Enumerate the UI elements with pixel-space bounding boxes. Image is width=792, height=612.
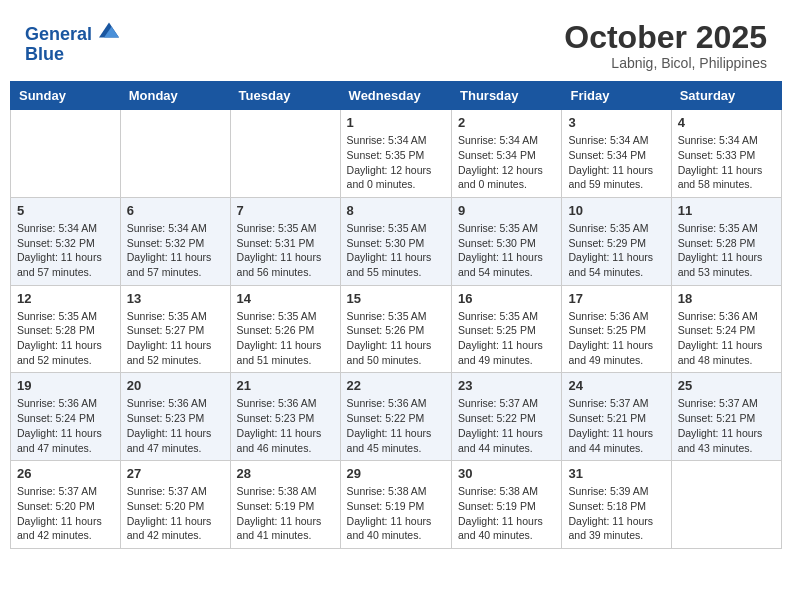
col-header-tuesday: Tuesday	[230, 82, 340, 110]
day-info: Sunrise: 5:39 AM Sunset: 5:18 PM Dayligh…	[568, 484, 664, 543]
col-header-friday: Friday	[562, 82, 671, 110]
day-cell: 30Sunrise: 5:38 AM Sunset: 5:19 PM Dayli…	[452, 461, 562, 549]
logo-blue: Blue	[25, 45, 119, 65]
day-info: Sunrise: 5:36 AM Sunset: 5:24 PM Dayligh…	[17, 396, 114, 455]
week-row-2: 5Sunrise: 5:34 AM Sunset: 5:32 PM Daylig…	[11, 197, 782, 285]
day-number: 12	[17, 291, 114, 306]
day-cell: 24Sunrise: 5:37 AM Sunset: 5:21 PM Dayli…	[562, 373, 671, 461]
day-cell	[11, 110, 121, 198]
day-number: 14	[237, 291, 334, 306]
day-cell: 28Sunrise: 5:38 AM Sunset: 5:19 PM Dayli…	[230, 461, 340, 549]
day-number: 15	[347, 291, 445, 306]
week-row-1: 1Sunrise: 5:34 AM Sunset: 5:35 PM Daylig…	[11, 110, 782, 198]
logo-general: General	[25, 24, 92, 44]
day-info: Sunrise: 5:36 AM Sunset: 5:25 PM Dayligh…	[568, 309, 664, 368]
day-number: 22	[347, 378, 445, 393]
day-number: 27	[127, 466, 224, 481]
day-number: 25	[678, 378, 775, 393]
col-header-thursday: Thursday	[452, 82, 562, 110]
day-info: Sunrise: 5:36 AM Sunset: 5:22 PM Dayligh…	[347, 396, 445, 455]
day-number: 31	[568, 466, 664, 481]
day-cell: 17Sunrise: 5:36 AM Sunset: 5:25 PM Dayli…	[562, 285, 671, 373]
day-info: Sunrise: 5:35 AM Sunset: 5:27 PM Dayligh…	[127, 309, 224, 368]
day-number: 20	[127, 378, 224, 393]
month-title: October 2025	[564, 20, 767, 55]
page-header: General Blue October 2025 Labnig, Bicol,…	[10, 10, 782, 76]
logo-icon	[99, 20, 119, 40]
day-cell: 9Sunrise: 5:35 AM Sunset: 5:30 PM Daylig…	[452, 197, 562, 285]
day-cell: 14Sunrise: 5:35 AM Sunset: 5:26 PM Dayli…	[230, 285, 340, 373]
day-number: 21	[237, 378, 334, 393]
day-info: Sunrise: 5:35 AM Sunset: 5:29 PM Dayligh…	[568, 221, 664, 280]
day-info: Sunrise: 5:34 AM Sunset: 5:32 PM Dayligh…	[127, 221, 224, 280]
day-number: 13	[127, 291, 224, 306]
day-info: Sunrise: 5:34 AM Sunset: 5:35 PM Dayligh…	[347, 133, 445, 192]
day-info: Sunrise: 5:37 AM Sunset: 5:20 PM Dayligh…	[17, 484, 114, 543]
day-cell: 20Sunrise: 5:36 AM Sunset: 5:23 PM Dayli…	[120, 373, 230, 461]
day-cell: 3Sunrise: 5:34 AM Sunset: 5:34 PM Daylig…	[562, 110, 671, 198]
location: Labnig, Bicol, Philippines	[564, 55, 767, 71]
day-info: Sunrise: 5:35 AM Sunset: 5:30 PM Dayligh…	[347, 221, 445, 280]
day-cell: 1Sunrise: 5:34 AM Sunset: 5:35 PM Daylig…	[340, 110, 451, 198]
day-info: Sunrise: 5:35 AM Sunset: 5:28 PM Dayligh…	[678, 221, 775, 280]
day-info: Sunrise: 5:37 AM Sunset: 5:21 PM Dayligh…	[568, 396, 664, 455]
day-cell: 13Sunrise: 5:35 AM Sunset: 5:27 PM Dayli…	[120, 285, 230, 373]
day-number: 16	[458, 291, 555, 306]
day-cell	[671, 461, 781, 549]
day-info: Sunrise: 5:35 AM Sunset: 5:30 PM Dayligh…	[458, 221, 555, 280]
day-number: 30	[458, 466, 555, 481]
day-cell: 8Sunrise: 5:35 AM Sunset: 5:30 PM Daylig…	[340, 197, 451, 285]
day-number: 28	[237, 466, 334, 481]
day-number: 6	[127, 203, 224, 218]
day-cell: 6Sunrise: 5:34 AM Sunset: 5:32 PM Daylig…	[120, 197, 230, 285]
day-cell: 29Sunrise: 5:38 AM Sunset: 5:19 PM Dayli…	[340, 461, 451, 549]
week-row-5: 26Sunrise: 5:37 AM Sunset: 5:20 PM Dayli…	[11, 461, 782, 549]
day-info: Sunrise: 5:38 AM Sunset: 5:19 PM Dayligh…	[347, 484, 445, 543]
title-block: October 2025 Labnig, Bicol, Philippines	[564, 20, 767, 71]
day-cell: 27Sunrise: 5:37 AM Sunset: 5:20 PM Dayli…	[120, 461, 230, 549]
day-cell: 25Sunrise: 5:37 AM Sunset: 5:21 PM Dayli…	[671, 373, 781, 461]
calendar-table: SundayMondayTuesdayWednesdayThursdayFrid…	[10, 81, 782, 549]
day-number: 24	[568, 378, 664, 393]
day-cell: 26Sunrise: 5:37 AM Sunset: 5:20 PM Dayli…	[11, 461, 121, 549]
day-info: Sunrise: 5:37 AM Sunset: 5:22 PM Dayligh…	[458, 396, 555, 455]
col-header-saturday: Saturday	[671, 82, 781, 110]
day-info: Sunrise: 5:34 AM Sunset: 5:34 PM Dayligh…	[568, 133, 664, 192]
day-cell	[120, 110, 230, 198]
day-number: 3	[568, 115, 664, 130]
col-header-wednesday: Wednesday	[340, 82, 451, 110]
day-cell: 11Sunrise: 5:35 AM Sunset: 5:28 PM Dayli…	[671, 197, 781, 285]
day-number: 17	[568, 291, 664, 306]
day-number: 4	[678, 115, 775, 130]
day-number: 19	[17, 378, 114, 393]
day-info: Sunrise: 5:34 AM Sunset: 5:32 PM Dayligh…	[17, 221, 114, 280]
day-number: 10	[568, 203, 664, 218]
day-cell	[230, 110, 340, 198]
week-row-3: 12Sunrise: 5:35 AM Sunset: 5:28 PM Dayli…	[11, 285, 782, 373]
day-cell: 10Sunrise: 5:35 AM Sunset: 5:29 PM Dayli…	[562, 197, 671, 285]
day-number: 8	[347, 203, 445, 218]
day-cell: 4Sunrise: 5:34 AM Sunset: 5:33 PM Daylig…	[671, 110, 781, 198]
col-header-sunday: Sunday	[11, 82, 121, 110]
day-cell: 21Sunrise: 5:36 AM Sunset: 5:23 PM Dayli…	[230, 373, 340, 461]
day-info: Sunrise: 5:38 AM Sunset: 5:19 PM Dayligh…	[458, 484, 555, 543]
day-cell: 5Sunrise: 5:34 AM Sunset: 5:32 PM Daylig…	[11, 197, 121, 285]
day-number: 11	[678, 203, 775, 218]
day-cell: 12Sunrise: 5:35 AM Sunset: 5:28 PM Dayli…	[11, 285, 121, 373]
day-cell: 31Sunrise: 5:39 AM Sunset: 5:18 PM Dayli…	[562, 461, 671, 549]
day-number: 18	[678, 291, 775, 306]
day-cell: 18Sunrise: 5:36 AM Sunset: 5:24 PM Dayli…	[671, 285, 781, 373]
day-info: Sunrise: 5:37 AM Sunset: 5:20 PM Dayligh…	[127, 484, 224, 543]
logo-text: General	[25, 20, 119, 45]
day-cell: 16Sunrise: 5:35 AM Sunset: 5:25 PM Dayli…	[452, 285, 562, 373]
logo: General Blue	[25, 20, 119, 65]
day-number: 1	[347, 115, 445, 130]
day-number: 5	[17, 203, 114, 218]
day-cell: 23Sunrise: 5:37 AM Sunset: 5:22 PM Dayli…	[452, 373, 562, 461]
week-row-4: 19Sunrise: 5:36 AM Sunset: 5:24 PM Dayli…	[11, 373, 782, 461]
day-number: 7	[237, 203, 334, 218]
day-info: Sunrise: 5:35 AM Sunset: 5:26 PM Dayligh…	[237, 309, 334, 368]
day-info: Sunrise: 5:34 AM Sunset: 5:34 PM Dayligh…	[458, 133, 555, 192]
col-header-monday: Monday	[120, 82, 230, 110]
day-number: 9	[458, 203, 555, 218]
